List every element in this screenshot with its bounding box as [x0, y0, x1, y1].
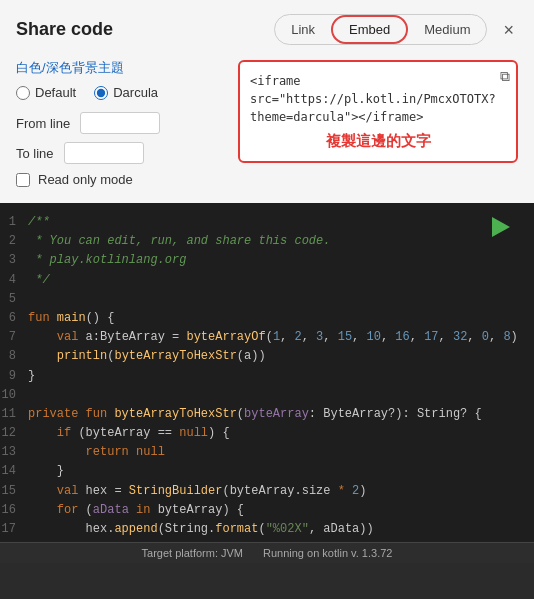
status-kotlin: Running on kotlin v. 1.3.72	[263, 547, 392, 559]
code-line: 2 * You can edit, run, and share this co…	[0, 232, 524, 251]
code-line: 5	[0, 290, 524, 309]
radio-darcula-label: Darcula	[113, 85, 158, 100]
run-icon	[492, 217, 510, 237]
copy-hint: 複製這邊的文字	[250, 132, 506, 151]
code-line: 12 if (byteArray == null) {	[0, 424, 524, 443]
header-row: Share code Link Embed Medium ×	[16, 14, 518, 45]
status-platform: Target platform: JVM	[142, 547, 243, 559]
code-line: 3 * play.kotlinlang.org	[0, 251, 524, 270]
tab-embed[interactable]: Embed	[331, 15, 408, 44]
status-bar: Target platform: JVM Running on kotlin v…	[0, 542, 534, 563]
code-line: 15 val hex = StringBuilder(byteArray.siz…	[0, 482, 524, 501]
code-line: 14 }	[0, 462, 524, 481]
code-panel: 1/** 2 * You can edit, run, and share th…	[0, 203, 534, 563]
page-title: Share code	[16, 19, 274, 40]
tab-bar: Link Embed Medium	[274, 14, 487, 45]
top-panel: Share code Link Embed Medium × 白色/深色背景主題…	[0, 0, 534, 203]
code-line: 17 hex.append(String.format("%02X", aDat…	[0, 520, 524, 539]
code-line: 7 val a:ByteArray = byteArrayOf(1, 2, 3,…	[0, 328, 524, 347]
read-only-checkbox[interactable]	[16, 173, 30, 187]
run-button[interactable]	[492, 213, 520, 241]
close-button[interactable]: ×	[499, 19, 518, 41]
code-line: 13 return null	[0, 443, 524, 462]
to-line-label: To line	[16, 146, 54, 161]
copy-icon[interactable]: ⧉	[500, 68, 510, 85]
radio-default[interactable]: Default	[16, 85, 76, 100]
tab-link[interactable]: Link	[275, 15, 331, 44]
code-line: 11private fun byteArrayToHexStr(byteArra…	[0, 405, 524, 424]
embed-code-text: <iframe src="https://pl.kotl.in/PmcxOTOT…	[250, 72, 506, 126]
code-line: 16 for (aData in byteArray) {	[0, 501, 524, 520]
radio-darcula-input[interactable]	[94, 86, 108, 100]
to-line-input[interactable]	[64, 142, 144, 164]
radio-default-label: Default	[35, 85, 76, 100]
code-line: 6fun main() {	[0, 309, 524, 328]
embed-box: ⧉ <iframe src="https://pl.kotl.in/PmcxOT…	[238, 60, 518, 163]
from-line-input[interactable]	[80, 112, 160, 134]
code-line: 8 println(byteArrayToHexStr(a))	[0, 347, 524, 366]
read-only-label: Read only mode	[38, 172, 133, 187]
radio-darcula[interactable]: Darcula	[94, 85, 158, 100]
tab-medium[interactable]: Medium	[408, 15, 486, 44]
code-line: 4 */	[0, 271, 524, 290]
code-line: 9}	[0, 367, 524, 386]
from-line-label: From line	[16, 116, 70, 131]
radio-default-input[interactable]	[16, 86, 30, 100]
read-only-row: Read only mode	[16, 172, 518, 187]
code-line: 1/**	[0, 213, 524, 232]
code-area: 1/** 2 * You can edit, run, and share th…	[0, 213, 534, 543]
code-line: 10	[0, 386, 524, 405]
